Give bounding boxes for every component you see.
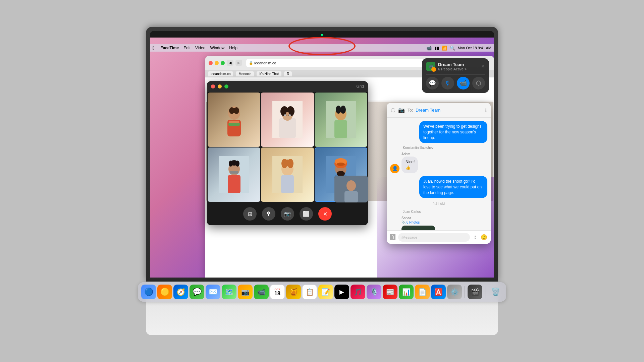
message-row-4: 👤 Sanaa 📎 6 Photos bbox=[390, 216, 487, 230]
messages-to-icon2: 📷 bbox=[398, 107, 405, 113]
messages-emoji-btn[interactable]: 🅰 bbox=[390, 234, 395, 240]
dock-safari[interactable]: 🧭 bbox=[173, 285, 188, 299]
menubar-app-name[interactable]: FaceTime bbox=[160, 46, 179, 50]
message-attachment-label[interactable]: 📎 6 Photos bbox=[401, 221, 435, 224]
screen:  FaceTime Edit Video Window Help 📹 ▮▮ 📶… bbox=[150, 38, 494, 278]
facetime-close-btn[interactable] bbox=[211, 84, 215, 88]
dock-calendar[interactable]: OCT 18 bbox=[270, 285, 285, 299]
lock-icon: 🔒 bbox=[249, 61, 253, 65]
menubar-help[interactable]: Help bbox=[229, 46, 237, 50]
facetime-mic-btn[interactable]: 🎙 bbox=[262, 207, 275, 221]
message-bubble-received-1: Nice! 👍 bbox=[401, 157, 418, 173]
facetime-controls: ⊞ 🎙 📷 ⬜ ✕ bbox=[207, 202, 368, 225]
svg-rect-7 bbox=[229, 126, 239, 128]
svg-point-15 bbox=[289, 114, 291, 116]
messages-titlebar: ⬡ 📷 To: Dream Team ℹ bbox=[387, 103, 491, 118]
browser-back-btn[interactable]: ◀ bbox=[227, 60, 233, 66]
dock-maps[interactable]: 🗺️ bbox=[222, 285, 236, 299]
menubar-window[interactable]: Window bbox=[210, 46, 224, 50]
tab-r[interactable]: R bbox=[284, 71, 292, 76]
menubar-edit[interactable]: Edit bbox=[183, 46, 191, 50]
facetime-maximize-btn[interactable] bbox=[224, 84, 228, 88]
facetime-participant-2 bbox=[261, 93, 314, 147]
browser-close-btn[interactable] bbox=[209, 61, 213, 65]
camera-indicator bbox=[321, 34, 323, 36]
svg-rect-6 bbox=[228, 123, 240, 126]
tab-leeandnim[interactable]: leeandnim.co bbox=[208, 71, 233, 76]
facetime-screen-share-btn[interactable]: ⬜ bbox=[300, 207, 313, 221]
dock-messages[interactable]: 💬 bbox=[190, 285, 204, 299]
dock-finder[interactable]: 🔵 bbox=[141, 285, 156, 299]
dock-news[interactable]: 📰 bbox=[383, 285, 397, 299]
notification-audio-call-btn[interactable]: 🎙 bbox=[441, 77, 454, 89]
facetime-titlebar: Grid bbox=[207, 81, 368, 92]
facetime-window: Grid bbox=[207, 81, 368, 225]
svg-rect-23 bbox=[228, 175, 240, 193]
dock-appletv[interactable]: ▶ bbox=[334, 285, 349, 299]
battery-icon: ▮▮ bbox=[434, 46, 439, 51]
svg-point-43 bbox=[346, 180, 356, 191]
svg-point-26 bbox=[230, 160, 238, 166]
dock-launchpad[interactable]: 🟡 bbox=[157, 285, 172, 299]
message-avatar-adam: 👤 bbox=[390, 164, 399, 173]
svg-rect-27 bbox=[230, 172, 238, 174]
message-sender-label-2: Juan Carlos bbox=[403, 210, 487, 214]
message-timestamp-1: 9:41 AM bbox=[390, 202, 487, 206]
dock-separator bbox=[465, 286, 465, 298]
dock-pages[interactable]: 📄 bbox=[415, 285, 430, 299]
notification-active-count[interactable]: 6 People Active > bbox=[438, 67, 467, 71]
notification-message-btn[interactable]: 💬 bbox=[426, 77, 439, 89]
facetime-grid-view-btn[interactable]: ⊞ bbox=[243, 207, 257, 221]
dock-honey[interactable]: 🍯 bbox=[286, 285, 301, 299]
messages-emoji-picker-btn[interactable]: 🙂 bbox=[481, 234, 487, 240]
participant-avatar-2 bbox=[261, 93, 314, 147]
dock-podcasts[interactable]: 🎙️ bbox=[367, 285, 381, 299]
notification-header: 📹 Dream Team 6 People Active > ✕ bbox=[426, 62, 485, 71]
message-row-1: We've been trying to get designs togethe… bbox=[390, 121, 487, 143]
message-sender-label-1: Konstantin Babichev bbox=[403, 146, 487, 149]
messages-audio-btn[interactable]: 🎙 bbox=[473, 234, 478, 240]
tab-itsnicethat[interactable]: It's Nice That bbox=[257, 71, 281, 76]
dock-reminders[interactable]: 📋 bbox=[302, 285, 317, 299]
facetime-group-notification: 📹 Dream Team 6 People Active > ✕ 💬 🎙 📹 bbox=[422, 58, 489, 93]
tab-monocle[interactable]: Monocle bbox=[236, 71, 254, 76]
message-name-adam: Adam bbox=[401, 152, 425, 156]
dock-mail[interactable]: ✉️ bbox=[206, 285, 220, 299]
dock-music[interactable]: 🎵 bbox=[351, 285, 365, 299]
search-icon[interactable]: 🔍 bbox=[450, 46, 455, 51]
message-photo-attachment[interactable] bbox=[401, 226, 435, 230]
facetime-video-btn[interactable]: 📷 bbox=[281, 207, 294, 221]
notification-screen-share-btn[interactable]: ⬡ bbox=[472, 77, 485, 89]
browser-maximize-btn[interactable] bbox=[221, 61, 225, 65]
messages-window: ⬡ 📷 To: Dream Team ℹ We've been trying t… bbox=[387, 103, 491, 244]
dock-facetime[interactable]: 📹 bbox=[254, 285, 269, 299]
message-row-2: 👤 Adam Nice! 👍 bbox=[390, 152, 487, 173]
dock-numbers[interactable]: 📊 bbox=[399, 285, 414, 299]
messages-input-field[interactable]: iMessage bbox=[398, 233, 470, 242]
message-bubble-sent-2: Juan, how'd the shoot go? I'd love to se… bbox=[419, 176, 487, 198]
dock-trash[interactable]: 🗑️ bbox=[488, 285, 503, 299]
menubar-video[interactable]: Video bbox=[195, 46, 205, 50]
dock-settings[interactable]: ⚙️ bbox=[447, 285, 462, 299]
notification-close-btn[interactable]: ✕ bbox=[481, 64, 485, 69]
dock-appstore[interactable]: 🅰️ bbox=[431, 285, 446, 299]
dock-notes[interactable]: 📝 bbox=[318, 285, 333, 299]
notification-video-call-btn[interactable]: 📹 bbox=[457, 77, 470, 89]
facetime-menubar-icon: 📹 bbox=[426, 46, 432, 51]
menubar:  FaceTime Edit Video Window Help 📹 ▮▮ 📶… bbox=[150, 44, 494, 52]
participant-avatar-4 bbox=[208, 147, 260, 202]
facetime-minimize-btn[interactable] bbox=[218, 84, 222, 88]
menubar-left:  FaceTime Edit Video Window Help bbox=[153, 45, 237, 51]
browser-minimize-btn[interactable] bbox=[215, 61, 219, 65]
browser-forward-btn[interactable]: ▶ bbox=[235, 60, 242, 66]
dock-finalcutpro[interactable]: 🎬 bbox=[468, 285, 482, 299]
dock-photos[interactable]: 📷 bbox=[238, 285, 253, 299]
svg-rect-44 bbox=[344, 191, 358, 202]
facetime-participant-1 bbox=[208, 93, 260, 147]
screen-bezel:  FaceTime Edit Video Window Help 📹 ▮▮ 📶… bbox=[150, 31, 494, 278]
facetime-end-call-btn[interactable]: ✕ bbox=[318, 207, 332, 221]
messages-info-icon[interactable]: ℹ bbox=[485, 108, 487, 113]
messages-to-label: To: bbox=[408, 108, 413, 113]
notification-facetime-icon: 📹 bbox=[426, 62, 435, 71]
dock: 🔵 🟡 🧭 💬 ✉️ 🗺️ 📷 📹 OCT 18 🍯 📋 bbox=[138, 282, 506, 302]
